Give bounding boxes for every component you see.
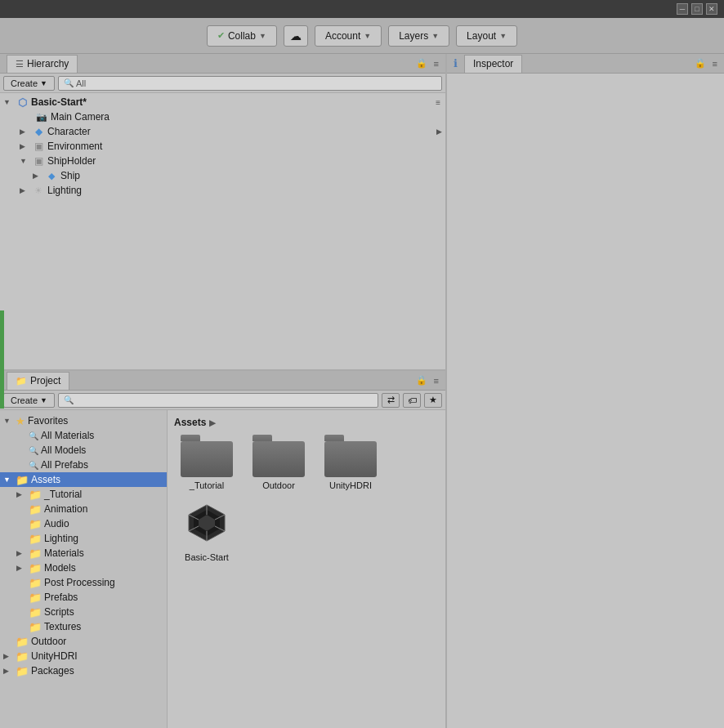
- hierarchy-scene-root[interactable]: ⬡ Basic-Start* ≡: [0, 95, 445, 109]
- layers-chevron-icon: ▼: [431, 32, 439, 40]
- project-all-prefabs[interactable]: 🔍 All Prefabs: [0, 458, 167, 472]
- project-favorites-header[interactable]: ★ Favorites: [0, 413, 167, 428]
- title-bar: ─ □ ✕: [0, 0, 724, 18]
- cloud-button[interactable]: ☁: [284, 25, 308, 47]
- ship-arrow-icon: [33, 172, 42, 180]
- left-panel: ☰ Hierarchy 🔒 ≡ Create ▼ 🔍 All: [0, 54, 445, 728]
- project-textures[interactable]: 📁 Textures: [0, 619, 167, 634]
- assets-breadcrumb: Assets ▶: [174, 417, 439, 428]
- assets-label: Assets: [31, 474, 60, 485]
- outdoor-folder-tab: [253, 435, 272, 441]
- lighting-label: Lighting: [47, 185, 82, 196]
- project-create-label: Create: [11, 395, 38, 405]
- collab-check-icon: ✔: [217, 30, 225, 41]
- project-models[interactable]: 📁 Models: [0, 561, 167, 575]
- project-scripts[interactable]: 📁 Scripts: [0, 605, 167, 619]
- inspector-info-icon: ℹ: [454, 57, 458, 69]
- hierarchy-item-ship[interactable]: ◆ Ship: [0, 168, 445, 183]
- inspector-tab[interactable]: Inspector: [464, 55, 522, 73]
- inspector-lock-icon[interactable]: 🔒: [695, 58, 706, 69]
- hierarchy-item-character[interactable]: ◆ Character ▶: [0, 124, 445, 139]
- assets-grid: _Tutorial Outdoor: [174, 435, 439, 562]
- project-menu-icon[interactable]: ≡: [434, 376, 439, 386]
- project-unity-hdri[interactable]: 📁 UnityHDRI: [0, 649, 167, 663]
- layers-button[interactable]: Layers ▼: [388, 25, 449, 47]
- account-button[interactable]: Account ▼: [315, 25, 382, 47]
- collab-button[interactable]: ✔ Collab ▼: [207, 25, 277, 47]
- project-audio[interactable]: 📁 Audio: [0, 516, 167, 531]
- project-star-button[interactable]: ★: [424, 393, 442, 408]
- textures-folder-icon: 📁: [29, 621, 42, 633]
- close-button[interactable]: ✕: [706, 3, 717, 15]
- project-lighting[interactable]: 📁 Lighting: [0, 531, 167, 546]
- project-panel-header: 📁 Project 🔒 ≡: [0, 371, 445, 391]
- favorites-arrow-icon: [3, 417, 13, 425]
- character-arrow-icon: [20, 127, 29, 136]
- layout-label: Layout: [467, 30, 496, 42]
- project-materials[interactable]: 📁 Materials: [0, 546, 167, 561]
- hierarchy-item-environment[interactable]: ▣ Environment: [0, 139, 445, 154]
- account-chevron-icon: ▼: [364, 32, 371, 40]
- asset-item-tutorial[interactable]: _Tutorial: [174, 435, 239, 490]
- character-icon: ◆: [32, 126, 45, 137]
- hierarchy-create-button[interactable]: Create ▼: [3, 76, 55, 91]
- project-tab[interactable]: 📁 Project: [7, 372, 69, 390]
- menu-bar: ✔ Collab ▼ ☁ Account ▼ Layers ▼ Layout ▼: [0, 18, 724, 54]
- hierarchy-tab[interactable]: ☰ Hierarchy: [7, 55, 78, 73]
- project-post-processing[interactable]: 📁 Post Processing: [0, 575, 167, 590]
- project-filter-button[interactable]: ⇄: [382, 393, 400, 408]
- project-all-models[interactable]: 🔍 All Models: [0, 443, 167, 458]
- cloud-icon: ☁: [290, 29, 302, 42]
- hierarchy-menu-icon[interactable]: ≡: [434, 59, 439, 69]
- hierarchy-toolbar: Create ▼ 🔍 All: [0, 74, 445, 93]
- hierarchy-search-box[interactable]: 🔍 All: [58, 76, 442, 91]
- right-panel: ℹ Inspector 🔒 ≡: [445, 54, 724, 728]
- project-animation[interactable]: 📁 Animation: [0, 502, 167, 516]
- outdoor-asset-label: Outdoor: [262, 480, 295, 490]
- project-tag-button[interactable]: 🏷: [403, 393, 421, 408]
- project-all-materials[interactable]: 🔍 All Materials: [0, 428, 167, 443]
- tutorial-folder-thumb: [181, 435, 233, 477]
- inspector-tab-label: Inspector: [473, 58, 513, 69]
- project-sidebar: ★ Favorites 🔍 All Materials 🔍 All Models…: [0, 410, 168, 728]
- scene-options-icon[interactable]: ≡: [436, 98, 440, 107]
- project-outdoor[interactable]: 📁 Outdoor: [0, 634, 167, 649]
- project-create-button[interactable]: Create ▼: [3, 393, 55, 408]
- hierarchy-item-main-camera[interactable]: 📷 Main Camera: [0, 109, 445, 124]
- favorites-star-icon: ★: [16, 415, 25, 427]
- ship-label: Ship: [60, 170, 80, 181]
- favorites-label: Favorites: [28, 415, 68, 427]
- project-packages[interactable]: 📁 Packages: [0, 663, 167, 678]
- layout-button[interactable]: Layout ▼: [456, 25, 517, 47]
- project-search-icon: 🔍: [64, 395, 74, 404]
- hierarchy-item-shipholder[interactable]: ▣ ShipHolder: [0, 154, 445, 168]
- basic-start-thumb: [181, 497, 233, 549]
- hierarchy-lock-icon[interactable]: 🔒: [416, 58, 427, 69]
- hierarchy-panel-header: ☰ Hierarchy 🔒 ≡: [0, 54, 445, 74]
- ship-icon: ◆: [45, 170, 58, 181]
- main-camera-label: Main Camera: [51, 111, 109, 123]
- outdoor-folder-thumb: [253, 435, 305, 477]
- unity-hdri-label: UnityHDRI: [31, 650, 78, 662]
- models-label: Models: [44, 562, 76, 574]
- hierarchy-item-lighting[interactable]: ☀ Lighting: [0, 183, 445, 198]
- project-search-box[interactable]: 🔍: [58, 393, 378, 408]
- all-models-label: All Models: [41, 444, 86, 456]
- asset-item-unityhdri[interactable]: UnityHDRI: [318, 435, 383, 490]
- project-assets-header[interactable]: 📁 Assets: [0, 472, 167, 487]
- camera-icon: 📷: [35, 111, 48, 123]
- project-lock-icon[interactable]: 🔒: [416, 375, 427, 386]
- scene-icon: ⬡: [16, 96, 29, 108]
- unityhdri-asset-label: UnityHDRI: [329, 480, 372, 490]
- hierarchy-panel: ⬡ Basic-Start* ≡ 📷 Main Camera ◆ Charact…: [0, 93, 445, 371]
- inspector-header: ℹ Inspector 🔒 ≡: [447, 54, 724, 74]
- inspector-menu-icon[interactable]: ≡: [713, 59, 717, 69]
- unity-logo-svg: [185, 502, 228, 544]
- project-prefabs[interactable]: 📁 Prefabs: [0, 590, 167, 605]
- asset-item-outdoor[interactable]: Outdoor: [246, 435, 311, 490]
- project-tutorial[interactable]: 📁 _Tutorial: [0, 487, 167, 502]
- asset-item-basic-start[interactable]: Basic-Start: [174, 497, 239, 562]
- hierarchy-create-chevron-icon: ▼: [40, 79, 47, 87]
- minimize-button[interactable]: ─: [677, 3, 688, 15]
- maximize-button[interactable]: □: [691, 3, 703, 15]
